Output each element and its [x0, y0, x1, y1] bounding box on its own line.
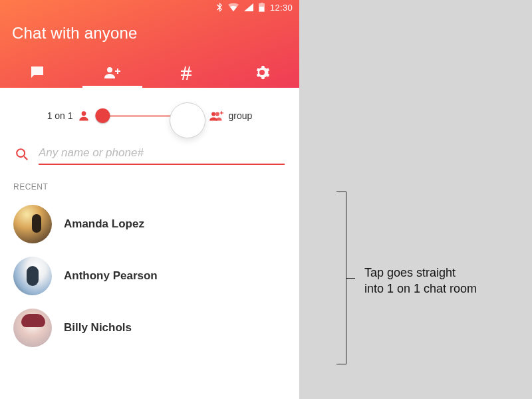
status-time: 12:30	[270, 3, 293, 13]
svg-point-5	[17, 149, 25, 157]
search-input[interactable]	[39, 144, 285, 165]
slider-left-label: 1 on 1	[47, 110, 73, 121]
contact-row[interactable]: Anthony Pearson	[0, 250, 299, 302]
slider-knob[interactable]	[95, 108, 110, 123]
tab-channels[interactable]	[150, 57, 225, 88]
annotation-line2: into 1 on 1 chat room	[364, 282, 477, 295]
recent-section-label: RECENT	[0, 165, 299, 198]
app-header: 12:30 Chat with anyone	[0, 0, 299, 88]
content-area: 1 on 1 group RECENT Amanda Lopez Anthony…	[0, 88, 299, 399]
svg-point-1	[107, 67, 112, 72]
tab-add-contact[interactable]	[75, 57, 150, 88]
cell-signal-icon	[244, 3, 253, 11]
annotation-bracket	[336, 192, 350, 364]
contact-name: Billy Nichols	[64, 321, 132, 334]
slider-right-end: group	[209, 109, 253, 122]
page-title: Chat with anyone	[0, 15, 299, 57]
contact-name: Anthony Pearson	[64, 269, 158, 283]
contact-row[interactable]: Amanda Lopez	[0, 198, 299, 250]
avatar	[13, 257, 52, 295]
group-add-icon	[209, 109, 225, 122]
annotation-line1: Tap goes straight	[364, 266, 456, 279]
svg-point-3	[211, 112, 215, 116]
avatar	[13, 309, 52, 347]
chat-type-slider-row: 1 on 1 group	[0, 100, 299, 132]
contact-row[interactable]: Billy Nichols	[0, 302, 299, 354]
svg-line-6	[24, 156, 27, 160]
hash-icon	[179, 65, 195, 80]
search-icon	[15, 147, 29, 162]
search-row	[0, 132, 299, 165]
gear-icon	[254, 65, 270, 80]
touch-indicator	[170, 102, 205, 138]
chat-icon	[29, 65, 45, 80]
svg-rect-0	[259, 7, 264, 11]
person-add-icon	[104, 65, 121, 80]
battery-icon	[259, 3, 265, 12]
avatar	[13, 205, 52, 243]
slider-right-label: group	[229, 110, 253, 121]
svg-point-2	[81, 111, 86, 116]
annotation-panel: Tap goes straight into 1 on 1 chat room	[299, 0, 532, 399]
person-icon	[77, 109, 90, 122]
slider-left-end: 1 on 1	[47, 109, 90, 122]
tab-messages[interactable]	[0, 57, 75, 88]
contact-name: Amanda Lopez	[64, 217, 144, 231]
phone-frame: 12:30 Chat with anyone 1 on 1	[0, 0, 299, 399]
annotation-text: Tap goes straight into 1 on 1 chat room	[364, 265, 477, 297]
svg-point-4	[215, 112, 219, 116]
tab-settings[interactable]	[225, 57, 300, 88]
wifi-icon	[228, 3, 239, 11]
status-bar: 12:30	[0, 0, 299, 15]
tab-bar	[0, 57, 299, 88]
bluetooth-icon	[216, 3, 223, 12]
